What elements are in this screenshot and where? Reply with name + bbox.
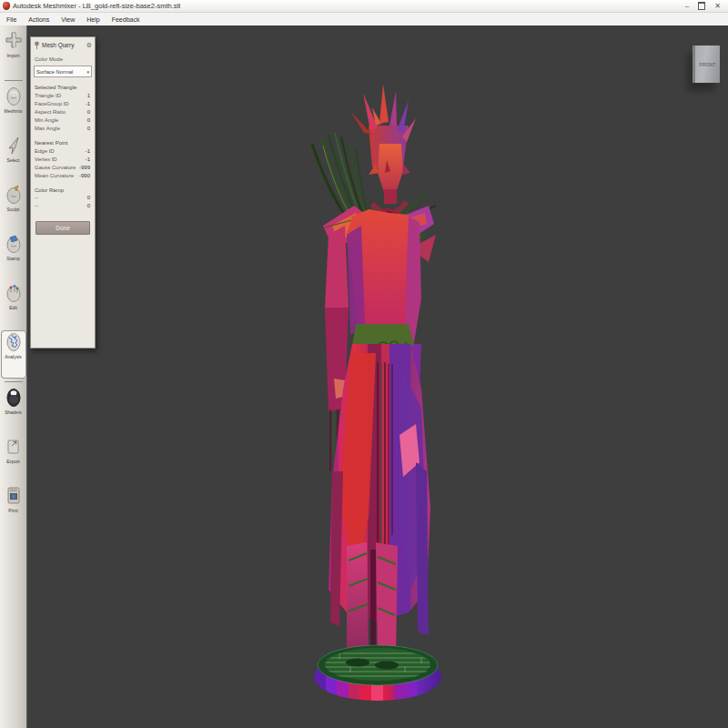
plus-icon <box>5 29 23 53</box>
stamp-icon <box>5 232 22 256</box>
tool-import[interactable]: Import <box>1 29 26 77</box>
menu-bar: File Actions View Help Feedback <box>0 13 728 25</box>
panel-row: Gauss Curvature -999 <box>34 163 92 171</box>
view-cube[interactable]: FRONT <box>693 46 720 83</box>
minimize-button[interactable]: – <box>685 2 689 11</box>
panel-row: Aspect Ratio 0 <box>34 107 92 116</box>
model-3d-statue[interactable] <box>292 80 483 717</box>
gear-icon[interactable]: ⚙ <box>86 42 92 48</box>
pin-icon[interactable] <box>34 41 40 49</box>
tool-label: Analysis <box>5 354 22 359</box>
title-bar: Autodesk Meshmixer - LB_gold-refl-size-b… <box>0 0 728 13</box>
panel-row: Max Angle 0 <box>34 125 92 133</box>
panel-title: Mesh Query <box>42 42 85 48</box>
toolbar-separator <box>5 381 23 382</box>
tool-label: Select <box>7 157 20 163</box>
tool-analysis[interactable]: Analysis <box>1 330 26 379</box>
tool-label: Print <box>8 508 17 513</box>
color-mode-label: Color Mode <box>34 55 92 64</box>
panel-row: -- 0 <box>34 202 92 210</box>
close-button[interactable]: ✕ <box>714 2 721 11</box>
section-title: Color Ramp <box>34 187 92 194</box>
menu-view[interactable]: View <box>59 15 76 24</box>
menu-actions[interactable]: Actions <box>26 15 51 24</box>
done-button[interactable]: Done <box>35 221 90 235</box>
model-pedestal-base <box>314 645 441 701</box>
tool-label: Meshmix <box>4 108 22 114</box>
section-title: Selected Triangle <box>34 84 92 91</box>
sculpt-brush-icon <box>5 183 22 207</box>
maximize-button[interactable] <box>698 2 705 10</box>
printer-icon <box>5 484 22 508</box>
tool-meshmix[interactable]: Meshmix <box>1 85 26 133</box>
tool-label: Export <box>6 459 19 464</box>
tool-sidebar: Import Meshmix Select <box>0 25 27 728</box>
model-torso <box>347 209 416 335</box>
panel-row: FaceGroup ID -1 <box>34 99 92 107</box>
panel-row: Edge ID -1 <box>34 147 92 155</box>
panel-row: Triangle ID 1 <box>34 91 92 99</box>
analysis-cracks-icon <box>5 330 22 354</box>
tool-print[interactable]: Print <box>1 484 26 532</box>
tool-export[interactable]: Export <box>1 435 26 483</box>
panel-row: Min Angle 0 <box>34 116 92 125</box>
view-cube-label: FRONT <box>699 62 715 67</box>
cursor-icon <box>5 134 22 157</box>
tool-sculpt[interactable]: Sculpt <box>1 183 26 231</box>
tool-select[interactable]: Select <box>1 134 26 182</box>
export-page-icon <box>5 435 22 459</box>
dropdown-value: Surface Normal <box>36 69 73 75</box>
tool-shaders[interactable]: Shaders <box>1 386 26 434</box>
toolbar-separator <box>5 80 23 81</box>
edit-tools-icon <box>5 281 22 305</box>
tool-label: Sculpt <box>7 207 20 212</box>
panel-row: -- 0 <box>34 194 92 202</box>
app-logo-icon <box>3 2 10 10</box>
tool-stamp[interactable]: Stamp <box>1 232 26 280</box>
tool-label: Edit <box>9 305 17 310</box>
panel-row: Vertex ID -1 <box>34 155 92 163</box>
tool-label: Stamp <box>6 256 19 261</box>
mesh-query-panel: Mesh Query ⚙ Color Mode Surface Normal ▾… <box>30 36 96 349</box>
viewport-3d[interactable]: Mesh Query ⚙ Color Mode Surface Normal ▾… <box>28 25 728 728</box>
chevron-down-icon: ▾ <box>86 69 89 75</box>
main-area: Import Meshmix Select <box>0 25 728 728</box>
head-icon <box>5 85 22 108</box>
shader-sphere-icon <box>5 386 22 410</box>
menu-file[interactable]: File <box>5 15 18 24</box>
window-title: Autodesk Meshmixer - LB_gold-refl-size-b… <box>13 2 180 10</box>
tool-label: Import <box>6 53 19 58</box>
section-title: Nearest Point <box>34 139 92 147</box>
menu-help[interactable]: Help <box>85 15 101 24</box>
panel-row: Mean Curvature -990 <box>34 172 92 180</box>
color-mode-dropdown[interactable]: Surface Normal ▾ <box>34 66 92 77</box>
tool-edit[interactable]: Edit <box>1 281 26 329</box>
tool-label: Shaders <box>5 410 22 415</box>
menu-feedback[interactable]: Feedback <box>110 15 142 24</box>
